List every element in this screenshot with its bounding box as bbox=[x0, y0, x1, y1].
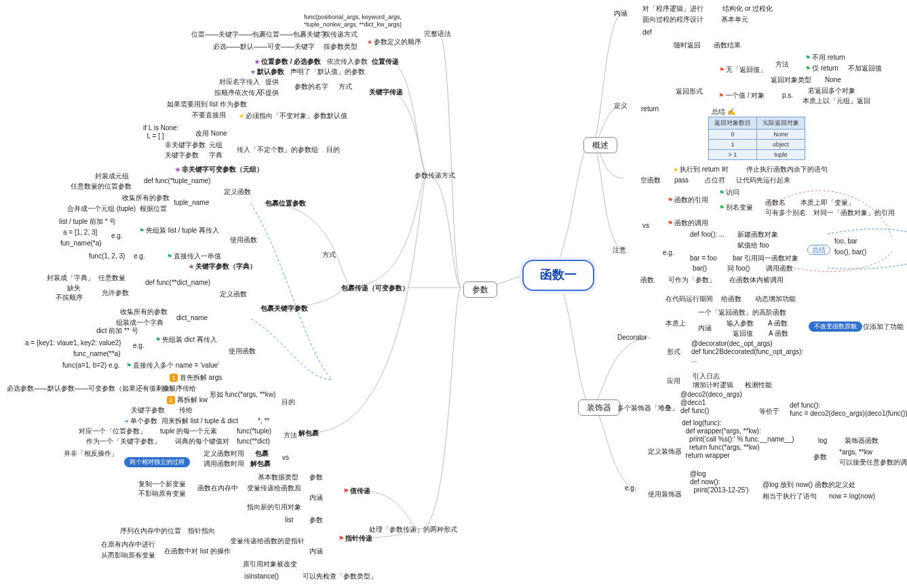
two-forms: 处理「参数传递」的两种形式 bbox=[369, 526, 457, 534]
val-copy: 复制一个新变量 bbox=[138, 480, 186, 488]
ov-call-eg: e.g. bbox=[663, 249, 674, 257]
ov-ret-none-e: 返回对象类型 bbox=[771, 76, 811, 84]
use-dict-direct: 直接传入多个 name = 'value' bbox=[126, 361, 219, 370]
branch-overview[interactable]: 概述 bbox=[583, 137, 617, 153]
use-tuple-c: fun_name(*a) bbox=[60, 239, 102, 248]
default-param: 默认参数 bbox=[250, 68, 284, 76]
ov-call-bar2a: 同 foo() bbox=[727, 264, 750, 273]
val-inner: 内涵 bbox=[309, 494, 323, 502]
unpack-step1: 1首先拆解 args bbox=[170, 374, 222, 382]
flag-red-icon-ov3 bbox=[668, 197, 673, 204]
unpack-chain: 必选参数——默认参数——可变参数（如果还有值剩余） bbox=[7, 385, 176, 393]
flag-green-icon-2 bbox=[167, 253, 172, 260]
pack-purpose-kw: 关键字参数 bbox=[165, 151, 199, 159]
deco-use: 应用 bbox=[667, 377, 680, 385]
unpack-method: 方法 bbox=[284, 431, 297, 439]
deco-c: 动态增加功能 bbox=[755, 295, 796, 303]
default-point: 必须指向「不变对象」 bbox=[239, 112, 313, 120]
ov-alias: 别名变量 bbox=[719, 203, 753, 212]
ov-alias-d: 对同一「函数对象」的引用 bbox=[813, 209, 895, 217]
ov-conn-d: 基本单元 bbox=[721, 16, 748, 24]
positional-pass: 位置传递 bbox=[372, 58, 399, 66]
deco-a: 在代码运行期间 bbox=[665, 295, 713, 303]
kw-byname: 对应名字传入 bbox=[219, 78, 260, 86]
deco-ess-c: 输入参数 bbox=[727, 319, 754, 328]
order-chain2: 必选——默认——可变——关键字 bbox=[213, 43, 315, 51]
use-none: 改用 None bbox=[195, 130, 227, 138]
dict-name-b: 组装成一个字典 bbox=[116, 319, 163, 327]
param-order: 参数定义的顺序 bbox=[367, 38, 421, 46]
deco-use-a: 引入日志 bbox=[693, 372, 720, 380]
star-purple-icon-3 bbox=[175, 166, 180, 174]
use-tuple-eg: e.g. bbox=[111, 232, 123, 240]
ptr-inner: 内涵 bbox=[309, 547, 323, 555]
ov-conn-b: 结构化 or 过程化 bbox=[722, 5, 773, 13]
val-point: 指向新的引用对象 bbox=[247, 503, 301, 511]
ov-ret-none-c: 仅 return bbox=[805, 64, 838, 73]
flag-red-icon-2 bbox=[339, 535, 344, 543]
kw-mode: 方式 bbox=[339, 83, 352, 91]
flag-red-icon-ov1 bbox=[719, 66, 725, 74]
ov-ret-one-b: 本质上以「元组」返回 bbox=[803, 97, 870, 105]
def-tuple-b: 任意数量的位置参数 bbox=[71, 182, 132, 191]
unpack-vs-pack-when: 定义函数时用 bbox=[204, 450, 244, 458]
ov-as-param-b: 在函数体内被调用 bbox=[729, 276, 784, 284]
branch-decorator[interactable]: 装饰器 bbox=[578, 399, 620, 416]
use-tuple-b: a = [1, 2, 3] bbox=[63, 229, 97, 237]
unpack-step2: 2再拆解 kw bbox=[167, 396, 208, 404]
unpack-star: *, ** bbox=[258, 417, 269, 425]
val-basic: 基本数据类型 bbox=[258, 473, 298, 482]
ov-ret-none-f: None bbox=[825, 76, 841, 84]
kw-var: 关键字参数（字典） bbox=[189, 262, 256, 271]
ov-conn-a: 对「程序逻辑」进行 bbox=[642, 5, 703, 13]
ov-pass-b: 让代码先运行起来 bbox=[736, 176, 790, 184]
deco-ess-e: 返回值 bbox=[733, 330, 753, 338]
ov-pass-a: 占位符 bbox=[705, 176, 725, 184]
decorator-label: Decorator bbox=[617, 334, 647, 342]
ptr-point: 指针指向 bbox=[188, 527, 215, 535]
ptr-affect: 从而影响原有变量 bbox=[101, 551, 155, 560]
tuple-name-a: 收集所有的参数 bbox=[122, 194, 170, 202]
unpack-pass: 传给 bbox=[179, 406, 193, 414]
deco-ess-a: 一个「返回函数」的高阶函数 bbox=[698, 309, 786, 317]
tuple-name: tuple_name bbox=[174, 199, 209, 207]
ov-call-bar2: bar() bbox=[693, 264, 707, 273]
ov-as-param-a: 可作为「参数」 bbox=[668, 276, 716, 284]
ptr-isinstance: isinstance() bbox=[244, 572, 279, 581]
unpack-vs-unpack-when: 调用函数时用 bbox=[204, 460, 244, 468]
branch-parameters[interactable]: 参数 bbox=[463, 281, 497, 298]
deco-eg-use: 使用装饰器 bbox=[648, 490, 682, 498]
deco-ess-tag: 不改变函数原貌 bbox=[809, 321, 862, 332]
flag-red-icon bbox=[343, 488, 349, 495]
deco-stack-eq: 等价于 bbox=[759, 408, 779, 416]
dict-name-a: 收集所有的参数 bbox=[120, 308, 168, 316]
pack: 包裹传递（可变参数） bbox=[341, 284, 409, 292]
order-mode1: 按传递方式 bbox=[324, 31, 358, 39]
unpack-star-single: 单个参数 bbox=[123, 417, 157, 425]
ov-vs: vs bbox=[642, 222, 649, 230]
use-tuple-direct-call: func(1, 2, 3) bbox=[89, 252, 125, 260]
deco-stack: 多个装饰器「堆叠」 bbox=[617, 404, 678, 412]
def-dict-e: 不按顺序 bbox=[56, 294, 83, 302]
flag-red-icon-ov4 bbox=[668, 220, 673, 227]
unpack-purpose-eg: 形如 func(*args, **kw) bbox=[210, 391, 275, 399]
ov-ret-one-ps: p.s. bbox=[782, 92, 793, 100]
keyword-pass: 关键字传递 bbox=[369, 88, 403, 96]
ov-call-sum-a: foo, bar bbox=[834, 237, 857, 246]
ptr-oplist: 在函数中对 list 的操作 bbox=[164, 547, 231, 555]
ov-def: def bbox=[642, 28, 652, 37]
ov-pass: pass bbox=[674, 176, 689, 184]
def-func-2: 定义函数 bbox=[220, 290, 247, 298]
unpack-kw: 关键字参数 bbox=[131, 406, 165, 414]
ov-ret-exec: 执行到 return 时 bbox=[673, 165, 729, 174]
unpack-f-tuple: func(*tuple) bbox=[237, 427, 271, 435]
use-func-2: 使用函数 bbox=[229, 347, 256, 355]
ov-ret-sum: 总结 ✍️ bbox=[712, 108, 735, 116]
unpack-f-dict-b: 作为一个「关键字参数」 bbox=[86, 437, 161, 446]
use-dict-direct-eg: func(a=1, b=2) bbox=[62, 361, 107, 370]
deco-stack-a: @deco2(deco_args) @deco1 def func() bbox=[680, 391, 742, 415]
ov-return: return bbox=[641, 105, 659, 113]
ov-as-param: 函数 bbox=[640, 276, 654, 284]
ov-ret-one-a: 若返回多个对象 bbox=[808, 87, 855, 95]
tuple-name-c: 根据位置 bbox=[140, 205, 167, 213]
